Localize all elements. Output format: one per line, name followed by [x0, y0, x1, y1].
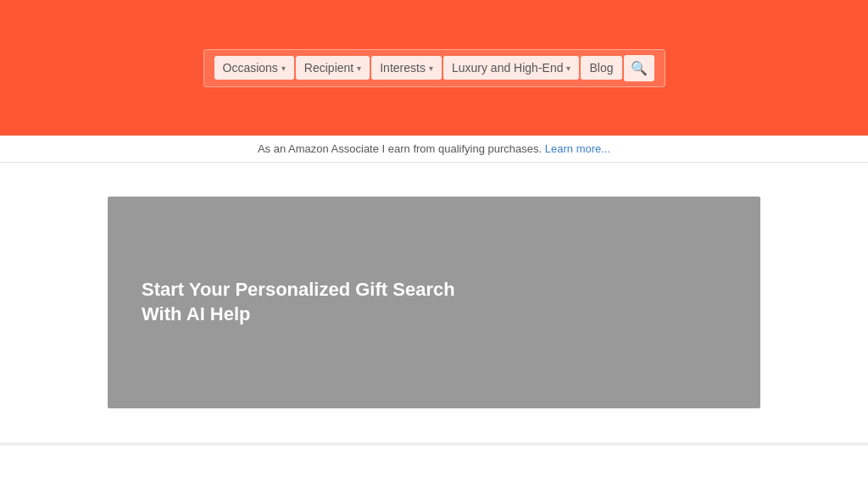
nav-label-interests: Interests [380, 61, 426, 75]
bottom-divider [0, 442, 868, 446]
nav-item-interests[interactable]: Interests ▾ [371, 56, 442, 80]
hero-title: Start Your Personalized Gift Search With… [142, 278, 481, 326]
hero-banner: Start Your Personalized Gift Search With… [108, 197, 760, 408]
chevron-down-icon: ▾ [566, 64, 570, 73]
chevron-down-icon: ▾ [281, 64, 286, 73]
nav-label-recipient: Recipient [304, 61, 353, 75]
nav-item-blog[interactable]: Blog [581, 56, 621, 80]
nav-label-luxury: Luxury and High-End [452, 61, 564, 75]
learn-more-link[interactable]: Learn more... [545, 142, 610, 155]
main-content: Start Your Personalized Gift Search With… [0, 163, 868, 425]
nav-item-recipient[interactable]: Recipient ▾ [296, 56, 370, 80]
site-header: Occasions ▾ Recipient ▾ Interests ▾ Luxu… [0, 0, 868, 136]
chevron-down-icon: ▾ [429, 64, 433, 73]
nav-label-occasions: Occasions [223, 61, 278, 75]
chevron-down-icon: ▾ [357, 64, 361, 73]
search-button[interactable]: 🔍 [624, 55, 654, 81]
nav-item-luxury[interactable]: Luxury and High-End ▾ [443, 56, 580, 80]
nav-item-occasions[interactable]: Occasions ▾ [214, 56, 294, 80]
main-nav: Occasions ▾ Recipient ▾ Interests ▾ Luxu… [203, 49, 665, 87]
nav-label-blog: Blog [589, 61, 613, 75]
search-icon: 🔍 [631, 60, 648, 76]
associate-text: As an Amazon Associate I earn from quali… [258, 142, 542, 155]
associate-bar: As an Amazon Associate I earn from quali… [0, 136, 868, 163]
